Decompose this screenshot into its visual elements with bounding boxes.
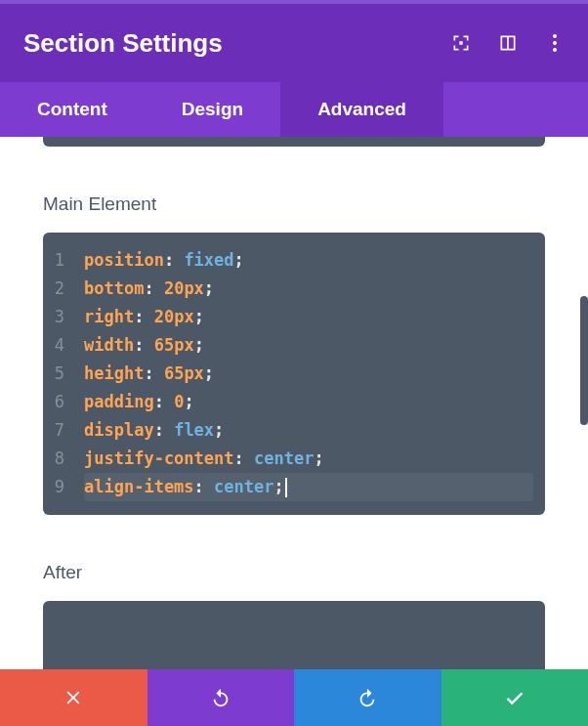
line-number: 7 [43, 416, 84, 445]
page-title: Section Settings [23, 28, 223, 59]
code-line: 4width: 65px; [43, 331, 533, 360]
tab-advanced[interactable]: Advanced [280, 82, 443, 137]
redo-button[interactable] [294, 669, 441, 726]
code-content: align-items: center; [84, 473, 533, 501]
line-number: 6 [43, 388, 84, 416]
main-element-code-editor[interactable]: 1position: fixed;2bottom: 20px;3right: 2… [43, 233, 545, 515]
code-content: height: 65px; [84, 360, 533, 388]
previous-field-stub [43, 137, 545, 147]
code-line: 6padding: 0; [43, 388, 533, 416]
settings-header: Section Settings [0, 0, 588, 82]
confirm-button[interactable] [441, 669, 589, 726]
code-content: padding: 0; [84, 388, 533, 416]
line-number: 9 [43, 473, 84, 501]
header-icon-group [451, 33, 565, 53]
code-line: 7display: flex; [43, 416, 533, 445]
settings-content: Main Element 1position: fixed;2bottom: 2… [0, 137, 588, 669]
main-element-label: Main Element [43, 193, 545, 215]
text-cursor [285, 478, 287, 497]
close-icon [63, 687, 84, 708]
code-content: position: fixed; [84, 246, 533, 275]
line-number: 3 [43, 303, 84, 331]
footer-actions [0, 669, 588, 726]
line-number: 8 [43, 445, 84, 473]
code-content: bottom: 20px; [84, 275, 533, 303]
code-content: display: flex; [84, 416, 533, 445]
code-content: width: 65px; [84, 331, 533, 360]
more-menu-icon[interactable] [545, 33, 565, 53]
code-content: right: 20px; [84, 303, 533, 331]
line-number: 5 [43, 360, 84, 388]
code-line: 8justify-content: center; [43, 445, 533, 473]
settings-tabs: Content Design Advanced [0, 82, 588, 137]
redo-icon [357, 687, 378, 708]
close-button[interactable] [0, 669, 147, 726]
tab-design[interactable]: Design [145, 82, 280, 137]
code-line: 9align-items: center; [43, 473, 533, 501]
after-label: After [43, 562, 545, 583]
check-icon [504, 687, 525, 708]
undo-button[interactable] [147, 669, 295, 726]
scrollbar-thumb[interactable] [580, 296, 588, 425]
line-number: 4 [43, 331, 84, 360]
line-number: 1 [43, 246, 84, 275]
line-number: 2 [43, 275, 84, 303]
undo-icon [210, 687, 231, 708]
code-content: justify-content: center; [84, 445, 533, 473]
code-line: 3right: 20px; [43, 303, 533, 331]
code-line: 1position: fixed; [43, 246, 533, 275]
focus-icon[interactable] [451, 33, 471, 53]
columns-icon[interactable] [498, 33, 518, 53]
code-line: 2bottom: 20px; [43, 275, 533, 303]
tab-content[interactable]: Content [0, 82, 145, 137]
code-line: 5height: 65px; [43, 360, 533, 388]
after-code-editor[interactable] [43, 601, 545, 669]
